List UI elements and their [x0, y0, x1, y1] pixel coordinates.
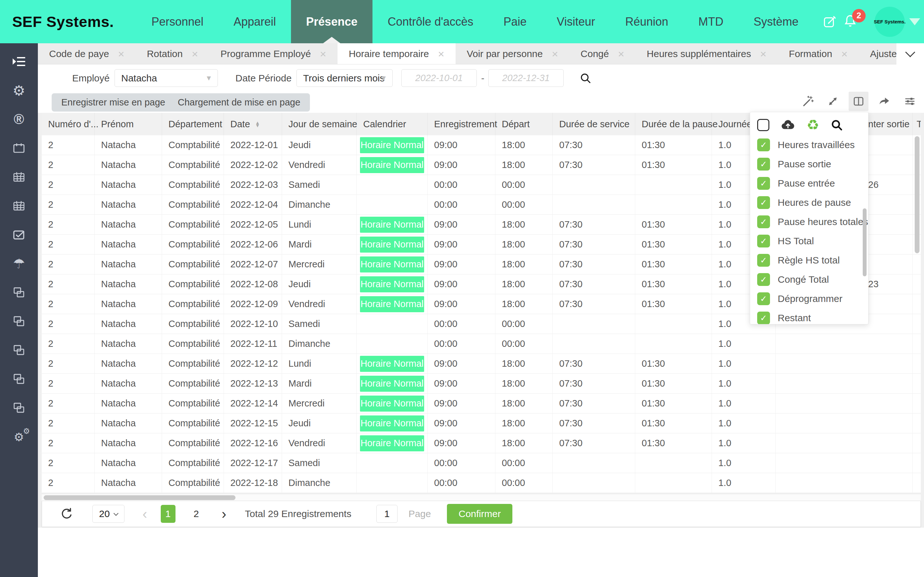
checkbox-checked-icon[interactable]: ✓ — [757, 158, 770, 171]
sidebar-item[interactable] — [0, 364, 38, 393]
magic-wand-icon[interactable] — [798, 92, 818, 111]
picker-item-hs-total[interactable]: ✓HS Total — [750, 231, 868, 251]
table-row[interactable]: 2NatachaComptabilité2022-12-12LundiHorai… — [42, 354, 921, 374]
column-header-duree-de-service[interactable]: Durée de service — [553, 113, 635, 135]
recycle-icon[interactable]: ♻ — [806, 118, 819, 132]
filter-tab-heures-supplementaires[interactable]: Heures supplémentaires× — [636, 43, 778, 64]
close-icon[interactable]: × — [438, 48, 444, 59]
picker-item-deprogrammer[interactable]: ✓Déprogrammer — [750, 289, 868, 308]
sliders-icon[interactable] — [900, 92, 920, 111]
nav-tab-reunion[interactable]: Réunion — [610, 0, 683, 43]
sidebar-item[interactable] — [0, 220, 38, 249]
close-icon[interactable]: × — [320, 48, 326, 59]
close-icon[interactable]: × — [192, 48, 198, 59]
close-icon[interactable]: × — [841, 48, 848, 59]
filter-tab-formation[interactable]: Formation× — [778, 43, 859, 64]
checkbox-checked-icon[interactable]: ✓ — [757, 292, 770, 305]
vertical-scrollbar-thumb[interactable] — [915, 136, 919, 253]
nav-tab-appareil[interactable]: Appareil — [218, 0, 291, 43]
close-icon[interactable]: × — [760, 48, 766, 59]
sidebar-item[interactable] — [0, 191, 38, 220]
nav-tab-controle-d-acces[interactable]: Contrôle d'accès — [373, 0, 488, 43]
sidebar-item[interactable]: ⚙ — [0, 76, 38, 105]
bell-icon[interactable]: 2 — [843, 13, 858, 30]
picker-item-conge-total[interactable]: ✓Congé Total — [750, 270, 868, 289]
picker-item-regle-hs-total[interactable]: ✓Règle HS total — [750, 251, 868, 270]
page-button-2[interactable]: 2 — [189, 505, 204, 523]
checkbox-checked-icon[interactable]: ✓ — [757, 139, 770, 151]
sidebar-item[interactable]: ® — [0, 105, 38, 134]
picker-item-restant[interactable]: ✓Restant — [750, 308, 868, 324]
picker-item-pause-sortie[interactable]: ✓Pause sortie — [750, 155, 868, 174]
picker-item-pause-heures-totales[interactable]: ✓Pause heures totales — [750, 212, 868, 231]
confirm-button[interactable]: Confirmer — [447, 504, 512, 524]
employee-select[interactable]: Natacha ▼ — [115, 69, 218, 87]
prev-page-button[interactable]: ‹ — [142, 507, 147, 521]
table-row[interactable]: 2NatachaComptabilité2022-12-15JeudiHorai… — [42, 414, 921, 434]
table-row[interactable]: 2NatachaComptabilité2022-12-16VendrediHo… — [42, 434, 921, 453]
search-icon[interactable] — [579, 72, 592, 85]
sidebar-item[interactable]: ⚙⚙ — [0, 422, 38, 451]
horizontal-scrollbar-thumb[interactable] — [44, 495, 236, 500]
tab-overflow-button[interactable] — [897, 43, 924, 64]
checkbox-checked-icon[interactable]: ✓ — [757, 235, 770, 247]
nav-tab-presence[interactable]: Présence — [291, 0, 373, 43]
table-row[interactable]: 2NatachaComptabilité2022-12-17Samedi00:0… — [42, 453, 921, 473]
close-icon[interactable]: × — [618, 48, 624, 59]
expand-icon[interactable] — [823, 92, 843, 111]
nav-tab-visiteur[interactable]: Visiteur — [541, 0, 610, 43]
sidebar-item[interactable] — [0, 47, 38, 76]
table-row[interactable]: 2NatachaComptabilité2022-12-18Dimanche00… — [42, 473, 921, 493]
period-select[interactable]: Trois derniers mois ▼ — [296, 69, 393, 87]
compose-icon[interactable] — [822, 15, 837, 31]
share-icon[interactable] — [874, 92, 894, 111]
filter-tab-rotation[interactable]: Rotation× — [136, 43, 210, 64]
checkbox-checked-icon[interactable]: ✓ — [757, 177, 770, 190]
search-icon[interactable] — [830, 118, 843, 132]
picker-scrollbar-thumb[interactable] — [863, 208, 867, 276]
sort-icon[interactable]: ▲▼ — [255, 121, 260, 127]
filter-tab-programme-employe[interactable]: Programme Employé× — [209, 43, 338, 64]
save-layout-button[interactable]: Enregistrer mise en page — [52, 93, 175, 111]
sidebar-item[interactable] — [0, 307, 38, 335]
nav-tab-paie[interactable]: Paie — [488, 0, 541, 43]
filter-tab-voir-par-personne[interactable]: Voir par personne× — [456, 43, 569, 64]
picker-item-pause-entree[interactable]: ✓Pause entrée — [750, 174, 868, 193]
column-header-enregistrement[interactable]: Enregistrement — [428, 113, 495, 135]
sidebar-item[interactable] — [0, 163, 38, 191]
column-header-depart[interactable]: Départ — [495, 113, 553, 135]
nav-tab-systeme[interactable]: Système — [738, 0, 814, 43]
sidebar-item[interactable]: ☂ — [0, 249, 38, 278]
avatar[interactable]: SEF Systems. — [875, 7, 905, 37]
sidebar-item[interactable] — [0, 393, 38, 422]
column-header-calendrier[interactable]: Calendrier — [357, 113, 428, 135]
chevron-down-icon[interactable] — [909, 18, 920, 25]
column-header-prenom[interactable]: Prénom — [95, 113, 162, 135]
date-to-input[interactable]: 2022-12-31 — [488, 69, 564, 87]
filter-tab-conge[interactable]: Congé× — [569, 43, 636, 64]
column-header-numero-d[interactable]: Numéro d'... — [42, 113, 95, 135]
filter-tab-horaire-temporaire[interactable]: Horaire temporaire× — [338, 43, 456, 64]
sidebar-item[interactable] — [0, 278, 38, 307]
next-page-button[interactable]: › — [222, 507, 226, 521]
sidebar-item[interactable] — [0, 335, 38, 364]
checkbox-checked-icon[interactable]: ✓ — [757, 196, 770, 209]
cloud-upload-icon[interactable] — [780, 117, 796, 133]
page-size-select[interactable]: 20 — [92, 505, 124, 523]
load-layout-button[interactable]: Chargement de mise en page — [168, 93, 310, 111]
table-row[interactable]: 2NatachaComptabilité2022-12-14MercrediHo… — [42, 394, 921, 414]
checkbox-checked-icon[interactable]: ✓ — [757, 273, 770, 286]
column-header-t[interactable]: T — [913, 113, 921, 135]
column-header-departement[interactable]: Département — [162, 113, 224, 135]
checkbox-checked-icon[interactable]: ✓ — [757, 311, 770, 324]
picker-item-heures-de-pause[interactable]: ✓Heures de pause — [750, 193, 868, 212]
page-number-input[interactable]: 1 — [376, 505, 397, 523]
checkbox-checked-icon[interactable]: ✓ — [757, 254, 770, 267]
date-from-input[interactable]: 2022-10-01 — [401, 69, 477, 87]
column-header-date[interactable]: Date▲▼ — [224, 113, 282, 135]
close-icon[interactable]: × — [552, 48, 558, 59]
columns-icon[interactable] — [849, 92, 869, 111]
table-row[interactable]: 2NatachaComptabilité2022-12-11Dimanche00… — [42, 334, 921, 354]
table-row[interactable]: 2NatachaComptabilité2022-12-13MardiHorai… — [42, 374, 921, 394]
nav-tab-mtd[interactable]: MTD — [683, 0, 738, 43]
